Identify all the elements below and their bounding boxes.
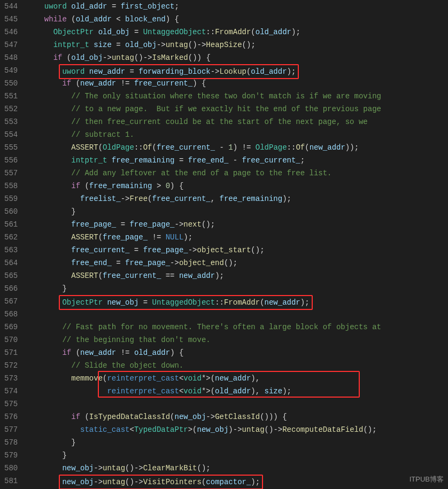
code-line[interactable]: // The only situation where these two do… xyxy=(26,90,381,103)
code-line[interactable]: intptr_t free_remaining = free_end_ - fr… xyxy=(26,154,381,167)
line-number: 552 xyxy=(4,103,18,115)
line-number: 550 xyxy=(4,77,18,90)
code-line[interactable]: static_cast<TypedDataPtr>(new_obj)->unta… xyxy=(26,423,381,436)
line-number: 560 xyxy=(4,205,18,218)
line-number-gutter: 5445455465475485495505515525535545555565… xyxy=(0,0,26,487)
line-number: 563 xyxy=(4,244,18,257)
code-line[interactable]: if (new_addr != free_current_) { xyxy=(26,77,381,90)
code-line[interactable]: if (IsTypedDataClassId(new_obj->GetClass… xyxy=(26,410,381,423)
line-number: 548 xyxy=(4,51,18,64)
line-number: 544 xyxy=(4,0,18,13)
code-line[interactable]: // Slide the object down. xyxy=(26,359,381,372)
line-number: 572 xyxy=(4,359,18,372)
code-line[interactable]: ObjectPtr new_obj = UntaggedObject::From… xyxy=(26,295,381,308)
code-line[interactable]: // Fast path for no movement. There's of… xyxy=(26,321,381,333)
code-line[interactable]: free_page_ = free_page_->next(); xyxy=(26,218,381,231)
line-number: 576 xyxy=(4,410,18,423)
watermark: ITPUB博客 xyxy=(410,473,444,486)
code-line[interactable]: new_obj->untag()->VisitPointers(compacto… xyxy=(26,475,381,487)
line-number: 547 xyxy=(4,38,18,51)
code-editor[interactable]: 5445455465475485495505515525535545555565… xyxy=(0,0,448,487)
code-line[interactable]: // Add any leftover at the end of a page… xyxy=(26,167,381,180)
line-number: 564 xyxy=(4,257,18,269)
code-area[interactable]: uword old_addr = first_object; while (ol… xyxy=(26,0,381,487)
code-line[interactable] xyxy=(26,398,381,410)
line-number: 568 xyxy=(4,308,18,321)
line-number: 578 xyxy=(4,436,18,449)
code-line[interactable]: memmove(reinterpret_cast<void*>(new_addr… xyxy=(26,372,381,385)
line-number: 567 xyxy=(4,295,18,308)
line-number: 549 xyxy=(4,64,18,77)
code-line[interactable]: uword new_addr = forwarding_block->Looku… xyxy=(26,64,381,77)
line-number: 559 xyxy=(4,192,18,205)
code-line[interactable]: // to a new page. But if we exactly hit … xyxy=(26,103,381,115)
code-line[interactable]: } xyxy=(26,282,381,295)
code-line[interactable]: // the beginning that don't move. xyxy=(26,333,381,346)
code-line[interactable]: if (new_addr != old_addr) { xyxy=(26,346,381,359)
line-number: 551 xyxy=(4,90,18,103)
code-line[interactable]: ObjectPtr old_obj = UntaggedObject::From… xyxy=(26,26,381,38)
code-line[interactable]: if (old_obj->untag()->IsMarked()) { xyxy=(26,51,381,64)
code-line[interactable]: } xyxy=(26,436,381,449)
code-line[interactable]: free_end_ = free_page_->object_end(); xyxy=(26,257,381,269)
line-number: 555 xyxy=(4,141,18,154)
line-number: 574 xyxy=(4,385,18,398)
code-line[interactable]: freelist_->Free(free_current_, free_rema… xyxy=(26,192,381,205)
line-number: 546 xyxy=(4,26,18,38)
line-number: 577 xyxy=(4,423,18,436)
code-line[interactable]: while (old_addr < block_end) { xyxy=(26,13,381,26)
line-number: 566 xyxy=(4,282,18,295)
line-number: 580 xyxy=(4,462,18,475)
code-line[interactable]: ASSERT(OldPage::Of(free_current_ - 1) !=… xyxy=(26,141,381,154)
code-line[interactable]: reinterpret_cast<void*>(old_addr), size)… xyxy=(26,385,381,398)
code-line[interactable]: free_current_ = free_page_->object_start… xyxy=(26,244,381,257)
line-number: 557 xyxy=(4,167,18,180)
line-number: 573 xyxy=(4,372,18,385)
line-number: 565 xyxy=(4,269,18,282)
code-line[interactable]: } xyxy=(26,205,381,218)
line-number: 570 xyxy=(4,333,18,346)
code-line[interactable]: new_obj->untag()->ClearMarkBit(); xyxy=(26,462,381,475)
line-number: 571 xyxy=(4,346,18,359)
code-line[interactable]: // subtract 1. xyxy=(26,128,381,141)
code-line[interactable]: } xyxy=(26,449,381,462)
line-number: 553 xyxy=(4,115,18,128)
line-number: 581 xyxy=(4,475,18,487)
line-number: 579 xyxy=(4,449,18,462)
code-line[interactable]: // then free_current could be at the sta… xyxy=(26,115,381,128)
line-number: 569 xyxy=(4,321,18,333)
code-line[interactable] xyxy=(26,308,381,321)
code-line[interactable]: ASSERT(free_page_ != NULL); xyxy=(26,231,381,244)
code-line[interactable]: if (free_remaining > 0) { xyxy=(26,180,381,192)
code-line[interactable]: uword old_addr = first_object; xyxy=(26,0,381,13)
code-line[interactable]: ASSERT(free_current_ == new_addr); xyxy=(26,269,381,282)
line-number: 562 xyxy=(4,231,18,244)
line-number: 554 xyxy=(4,128,18,141)
line-number: 545 xyxy=(4,13,18,26)
line-number: 561 xyxy=(4,218,18,231)
line-number: 558 xyxy=(4,180,18,192)
code-line[interactable]: intptr_t size = old_obj->untag()->HeapSi… xyxy=(26,38,381,51)
line-number: 575 xyxy=(4,398,18,410)
line-number: 556 xyxy=(4,154,18,167)
